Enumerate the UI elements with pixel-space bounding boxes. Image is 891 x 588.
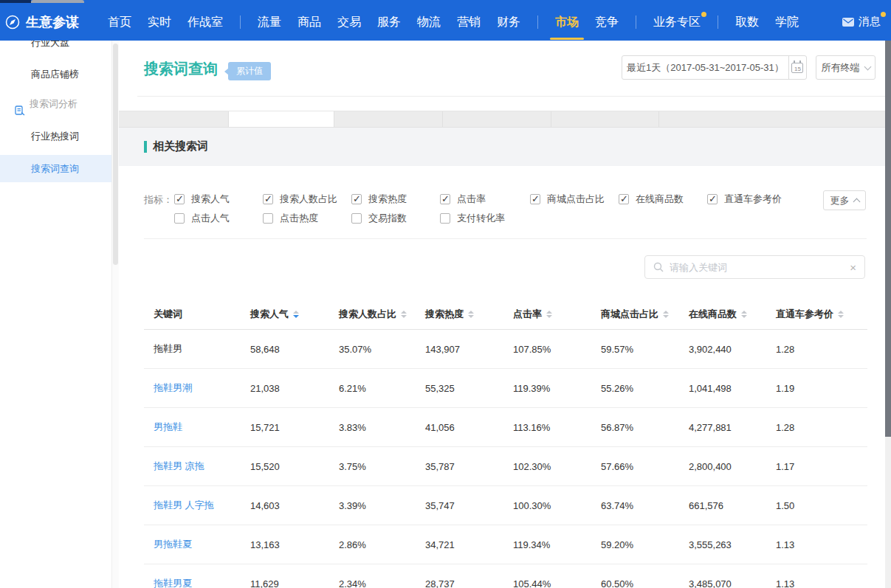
table-cell: 14,603 — [250, 500, 339, 511]
page-scrollbar[interactable] — [885, 41, 891, 588]
envelope-icon — [842, 18, 854, 27]
tab-6[interactable] — [659, 111, 885, 127]
keyword-text: 拖鞋男 — [154, 343, 182, 354]
metric-checkbox-payment-conversion[interactable]: 支付转化率 — [440, 212, 505, 225]
messages-button[interactable]: 消息 — [842, 15, 881, 29]
divider — [144, 238, 867, 239]
metric-checkbox-click-popularity[interactable]: 点击人气 — [174, 212, 230, 225]
sort-icon[interactable] — [468, 311, 474, 318]
sidebar-item-product-shop-rank[interactable]: 商品店铺榜 — [0, 60, 111, 88]
sort-icon[interactable] — [293, 311, 299, 318]
page-header: 搜索词查询 累计值 最近1天（2017-05-31~2017-05-31） 15… — [119, 41, 885, 111]
nav-item-traffic[interactable]: 流量 — [258, 14, 281, 30]
metric-checkbox-mall-click-share[interactable]: 商城点击占比 — [530, 193, 605, 206]
checkbox-box — [174, 213, 185, 224]
keyword-link[interactable]: 男拖鞋夏 — [154, 539, 192, 550]
sort-icon[interactable] — [663, 311, 669, 318]
nav-item-finance[interactable]: 财务 — [497, 14, 520, 30]
brand[interactable]: 生意参谋 — [4, 13, 79, 31]
nav-item-academy[interactable]: 学院 — [775, 14, 799, 30]
tab-3[interactable] — [334, 111, 443, 127]
nav-item-market[interactable]: 市场 — [555, 14, 579, 30]
col-online-products[interactable]: 在线商品数 — [689, 308, 776, 321]
date-range-selector[interactable]: 最近1天（2017-05-31~2017-05-31） 15 — [622, 55, 807, 80]
checkbox-label: 搜索人数占比 — [280, 193, 337, 206]
col-ztc-reference-price[interactable]: 直通车参考价 — [776, 308, 867, 321]
checkbox-label: 在线商品数 — [636, 193, 684, 206]
col-search-popularity[interactable]: 搜索人气 — [250, 308, 339, 321]
search-input[interactable] — [670, 262, 844, 273]
window-edge — [0, 0, 891, 3]
tab-4[interactable] — [443, 111, 551, 127]
checkbox-label: 点击率 — [457, 193, 486, 206]
metric-checkbox-ztc-reference-price[interactable]: 直通车参考价 — [707, 193, 782, 206]
keyword-link[interactable]: 拖鞋男夏 — [154, 578, 192, 588]
keyword-link[interactable]: 男拖鞋 — [154, 421, 182, 432]
calendar-button[interactable]: 15 — [788, 56, 806, 79]
table-cell: 661,576 — [689, 500, 776, 511]
column-label: 商城点击占比 — [601, 308, 658, 321]
metric-checkbox-search-heat[interactable]: 搜索热度 — [351, 193, 407, 206]
nav-item-product[interactable]: 商品 — [297, 14, 321, 30]
sidebar-item-industry-overview[interactable]: 行业大盘 — [0, 41, 111, 56]
cumulative-badge: 累计值 — [228, 62, 271, 80]
nav-item-competition[interactable]: 竞争 — [595, 14, 619, 30]
checkbox-label: 交易指数 — [368, 212, 407, 225]
nav-item-war-room[interactable]: 作战室 — [188, 14, 223, 30]
table-cell: 41,056 — [425, 422, 513, 433]
nav-item-home[interactable]: 首页 — [108, 14, 131, 30]
sidebar-scrollbar[interactable] — [111, 41, 119, 588]
sort-icon[interactable] — [838, 311, 844, 318]
tab-1[interactable] — [119, 111, 229, 127]
page-scrollbar-thumb[interactable] — [885, 41, 891, 437]
sidebar-item-industry-hot-words[interactable]: 行业热搜词 — [0, 122, 111, 150]
tab-5[interactable] — [551, 111, 659, 127]
sort-icon[interactable] — [546, 311, 552, 318]
sidebar-item-search-term-query[interactable]: 搜索词查询 — [0, 155, 111, 182]
col-search-heat[interactable]: 搜索热度 — [425, 308, 513, 321]
table-row: 拖鞋男夏 11,629 2.34% 28,737 105.44% 60.50% … — [144, 564, 867, 588]
col-click-rate[interactable]: 点击率 — [513, 308, 601, 321]
metric-checkbox-online-products[interactable]: 在线商品数 — [619, 193, 684, 206]
tab-2-active[interactable] — [229, 111, 334, 127]
nav-item-realtime[interactable]: 实时 — [148, 14, 171, 30]
table-cell: 143,907 — [425, 344, 513, 355]
col-searcher-share[interactable]: 搜索人数占比 — [339, 308, 425, 321]
metric-checkbox-click-rate[interactable]: 点击率 — [440, 193, 486, 206]
table-cell: 1.13 — [776, 578, 867, 588]
nav-item-marketing[interactable]: 营销 — [457, 14, 481, 30]
nav-item-logistics[interactable]: 物流 — [417, 14, 441, 30]
section-title-text: 相关搜索词 — [153, 139, 208, 153]
nav-item-trade[interactable]: 交易 — [337, 14, 361, 30]
metric-checkbox-trade-index[interactable]: 交易指数 — [351, 212, 407, 225]
keyword-link[interactable]: 拖鞋男潮 — [154, 382, 192, 393]
sidebar-group-search-term-analysis[interactable]: 搜索词分析 — [0, 90, 111, 117]
keyword-link[interactable]: 拖鞋男 人字拖 — [154, 499, 214, 511]
table-cell: 55,325 — [425, 383, 513, 394]
table-cell: 1.19 — [776, 383, 867, 394]
section-title: 相关搜索词 — [144, 139, 208, 153]
checkbox-box — [440, 194, 450, 204]
table-cell: 28,737 — [425, 578, 513, 588]
sidebar: 行业大盘 商品店铺榜 搜索词分析 行业热搜词 搜索词查询 — [0, 41, 119, 588]
checkbox-box — [530, 194, 540, 204]
col-keyword: 关键词 — [144, 308, 250, 321]
metric-checkbox-searcher-share[interactable]: 搜索人数占比 — [263, 193, 337, 206]
table-cell: 1.17 — [776, 461, 867, 472]
metric-checkbox-search-popularity[interactable]: 搜索人气 — [174, 193, 230, 206]
col-mall-click-share[interactable]: 商城点击占比 — [601, 308, 689, 321]
nav-divider — [636, 15, 636, 29]
nav-item-business-zone[interactable]: 业务专区 — [653, 14, 701, 30]
sidebar-scrollbar-thumb[interactable] — [113, 44, 118, 265]
section-accent-bar — [144, 141, 147, 153]
nav-item-data-fetch[interactable]: 取数 — [735, 14, 759, 30]
more-button[interactable]: 更多 — [823, 190, 866, 210]
terminal-dropdown[interactable]: 所有终端 — [816, 55, 875, 80]
keyword-link[interactable]: 拖鞋男 凉拖 — [154, 460, 204, 471]
nav-item-service[interactable]: 服务 — [377, 14, 401, 30]
table-cell: 100.30% — [513, 500, 601, 511]
sort-icon[interactable] — [741, 311, 747, 318]
sort-icon[interactable] — [401, 311, 407, 318]
metric-checkbox-click-heat[interactable]: 点击热度 — [263, 212, 318, 225]
clear-search-icon[interactable]: × — [850, 262, 856, 273]
